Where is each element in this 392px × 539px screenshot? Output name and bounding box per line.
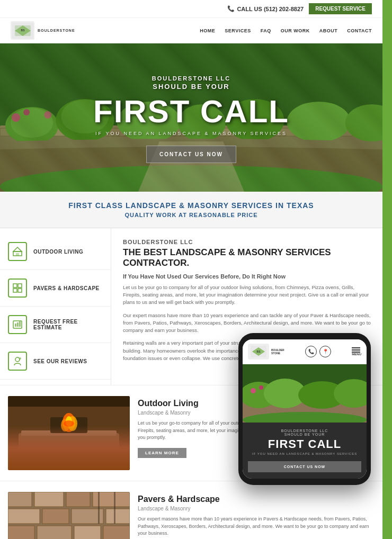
sidebar-item-reviews[interactable]: SEE OUR REVIEWS <box>0 343 111 380</box>
sidebar-pavers-label: PAVERS & HARDSCAPE <box>33 285 100 291</box>
logo-text: BOULDERSTONE <box>38 28 75 33</box>
svg-rect-54 <box>8 492 32 507</box>
phone-location-icon[interactable]: 📍 <box>319 346 331 357</box>
nav-home[interactable]: HOME <box>200 28 215 33</box>
service-outdoor-learn-more[interactable]: LEARN MORE <box>138 448 186 458</box>
svg-rect-34 <box>18 289 22 292</box>
sidebar-item-estimate[interactable]: REQUEST FREE ESTIMATE <box>0 307 111 343</box>
hero-company: BOULDERSTONE LLC <box>0 75 382 82</box>
hero-should: SHOULD BE YOUR <box>0 83 382 91</box>
svg-rect-59 <box>42 509 69 524</box>
nav-links: HOME SERVICES FAQ OUR WORK ABOUT CONTACT <box>189 24 382 38</box>
svg-rect-50 <box>24 457 28 468</box>
svg-point-39 <box>15 357 20 362</box>
svg-rect-42 <box>19 433 119 460</box>
content-para2: Our expert masons have more than 10 year… <box>123 312 371 335</box>
svg-rect-32 <box>18 284 22 288</box>
phone-cta-button[interactable]: CONTACT US NOW <box>248 461 361 472</box>
phone-hero: BOULDERSTONE LLC SHOULD BE YOUR FIRST CA… <box>243 423 367 479</box>
content-company: BOULDERSTONE LLC <box>123 239 371 245</box>
svg-point-82 <box>251 388 256 393</box>
service-pavers-row: Pavers & Hardscape Landscape & Masonry O… <box>0 481 382 539</box>
svg-marker-29 <box>13 247 22 251</box>
logo: BS BOULDERSTONE <box>0 18 86 43</box>
banner-subtitle: QUALITY WORK AT REASONABLE PRICE <box>11 212 372 218</box>
nav-services[interactable]: SERVICES <box>225 28 251 33</box>
phone-garden-image <box>243 364 367 423</box>
svg-point-83 <box>259 385 263 390</box>
menu-label: MENU <box>352 353 361 356</box>
banner-title: FIRST CLASS LANDSCAPE & MASONRY SERVICES… <box>11 201 372 210</box>
svg-point-40 <box>19 357 21 360</box>
svg-rect-64 <box>74 526 101 539</box>
content-para1: Let us be your go to company for all of … <box>123 284 371 307</box>
svg-rect-33 <box>13 289 17 292</box>
service-pavers-image <box>8 492 130 539</box>
service-pavers-title: Pavers & Hardscape <box>138 495 375 504</box>
hero-title: FIRST CALL <box>0 93 382 130</box>
phone-should: SHOULD BE YOUR <box>248 433 361 436</box>
nav-faq[interactable]: FAQ <box>261 28 271 33</box>
service-pavers-category: Landscape & Masonry <box>138 506 375 511</box>
phone-company-label: BOULDER STONE <box>271 348 284 355</box>
phone-menu[interactable]: MENU <box>352 347 361 356</box>
sidebar-item-pavers[interactable]: PAVERS & HARDSCAPE <box>0 270 111 307</box>
pavers-icon <box>8 279 27 298</box>
hamburger-icon <box>352 347 361 353</box>
svg-rect-38 <box>19 321 21 327</box>
phone-call-icon[interactable]: 📞 <box>305 346 317 357</box>
outdoor-living-icon <box>8 242 27 261</box>
svg-rect-41 <box>8 396 130 470</box>
hero-tagline: IF YOU NEED AN LANDSCAPE & MASONRY SERVI… <box>0 131 382 136</box>
content-subheading: If You Have Not Used Our Services Before… <box>123 273 371 280</box>
svg-rect-51 <box>110 457 114 468</box>
phone-icon: 📞 <box>227 5 235 12</box>
hero-section: BOULDERSTONE LLC SHOULD BE YOUR FIRST CA… <box>0 43 382 192</box>
svg-rect-71 <box>114 492 115 524</box>
logo-image: BS <box>11 21 34 40</box>
sidebar-outdoor-label: OUTDOOR LIVING <box>33 249 83 255</box>
nav-contact[interactable]: CONTACT <box>347 28 372 33</box>
service-fire-image <box>8 396 130 470</box>
svg-rect-65 <box>103 526 130 539</box>
hero-cta-button[interactable]: CONTACT US NOW <box>146 146 236 163</box>
hero-content: BOULDERSTONE LLC SHOULD BE YOUR FIRST CA… <box>0 43 382 163</box>
svg-point-49 <box>64 420 74 427</box>
content-heading: THE BEST LANDSCAPE & MASONRY SERVICES CO… <box>123 247 371 269</box>
svg-rect-31 <box>13 284 17 288</box>
svg-text:BS: BS <box>257 350 261 353</box>
call-number: CALL US (512) 202-8827 <box>237 6 304 12</box>
nav-about[interactable]: ABOUT <box>319 28 338 33</box>
banner: FIRST CLASS LANDSCAPE & MASONRY SERVICES… <box>0 192 382 228</box>
sidebar-item-outdoor-living[interactable]: OUTDOOR LIVING <box>0 233 111 270</box>
svg-rect-70 <box>98 492 100 524</box>
call-info: 📞 CALL US (512) 202-8827 <box>227 5 304 12</box>
phone-logo: BS <box>248 344 269 360</box>
svg-rect-56 <box>66 492 90 507</box>
phone-hero-tagline: IF YOU NEED AN LANDSCAPE & MASONRY SERVI… <box>248 452 361 455</box>
svg-text:BS: BS <box>21 29 25 32</box>
reviews-icon <box>8 352 27 371</box>
svg-rect-37 <box>17 322 19 327</box>
svg-rect-58 <box>8 509 40 524</box>
mobile-mockup: BS BOULDER STONE 📞 📍 <box>238 333 371 485</box>
svg-rect-30 <box>16 253 19 256</box>
service-pavers-desc: Our expert masons have more than 10 year… <box>138 516 375 537</box>
svg-rect-61 <box>106 509 130 524</box>
svg-rect-52 <box>8 396 130 407</box>
svg-rect-62 <box>8 526 34 539</box>
phone-header: BS BOULDER STONE 📞 📍 <box>243 339 367 364</box>
phone-hero-title: FIRST CALL <box>248 437 361 451</box>
svg-rect-55 <box>34 492 64 507</box>
svg-rect-63 <box>37 526 72 539</box>
estimate-icon <box>8 315 27 334</box>
request-service-button[interactable]: REQUEST SERVICE <box>309 3 372 14</box>
phone-company-name: BOULDERSTONE LLC <box>248 429 361 433</box>
svg-rect-36 <box>15 324 16 327</box>
sidebar: OUTDOOR LIVING PAVERS & HARDSCAPE <box>0 228 111 385</box>
phone-action-icons: 📞 📍 <box>305 346 331 357</box>
svg-rect-43 <box>21 430 117 436</box>
sidebar-reviews-label: SEE OUR REVIEWS <box>33 358 87 364</box>
nav-our-work[interactable]: OUR WORK <box>281 28 310 33</box>
sidebar-estimate-label: REQUEST FREE ESTIMATE <box>33 319 103 330</box>
